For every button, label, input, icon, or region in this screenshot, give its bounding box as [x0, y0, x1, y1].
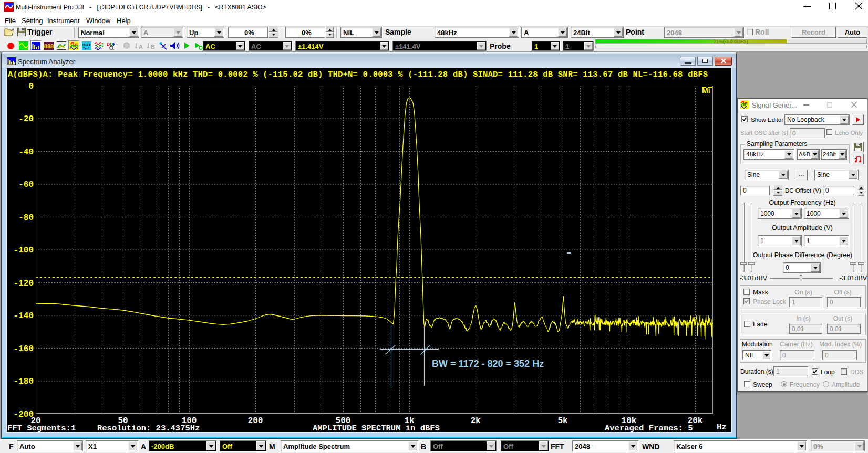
svg-text:-100: -100	[14, 246, 34, 255]
svg-text:FFT Segments:1: FFT Segments:1	[7, 424, 76, 433]
svg-text:Hz: Hz	[717, 423, 727, 432]
svg-text:200: 200	[248, 416, 263, 426]
svg-text:-140: -140	[14, 311, 34, 321]
svg-text:0: 0	[28, 82, 34, 91]
svg-text:Resolution: 23.4375Hz: Resolution: 23.4375Hz	[97, 424, 200, 433]
svg-text:-20: -20	[18, 114, 34, 124]
svg-text:-40: -40	[18, 148, 34, 157]
svg-text:-60: -60	[18, 180, 34, 189]
svg-text:A(dBFS)A: Peak Frequency= 1.0: A(dBFS)A: Peak Frequency= 1.0000 kHz THD…	[8, 70, 708, 79]
svg-text:Averaged Frames: 5: Averaged Frames: 5	[605, 424, 693, 433]
svg-text:-80: -80	[18, 213, 34, 223]
svg-text:Mi: Mi	[702, 87, 710, 95]
svg-text:2k: 2k	[470, 416, 481, 426]
svg-text:5k: 5k	[557, 416, 568, 426]
svg-text:BW = 1172 - 820 = 352 Hz: BW = 1172 - 820 = 352 Hz	[432, 359, 544, 369]
svg-text:-120: -120	[14, 279, 34, 288]
svg-text:AMPLITUDE SPECTRUM in dBFS: AMPLITUDE SPECTRUM in dBFS	[313, 424, 440, 433]
svg-text:-180: -180	[14, 377, 34, 386]
svg-text:-160: -160	[14, 344, 34, 354]
